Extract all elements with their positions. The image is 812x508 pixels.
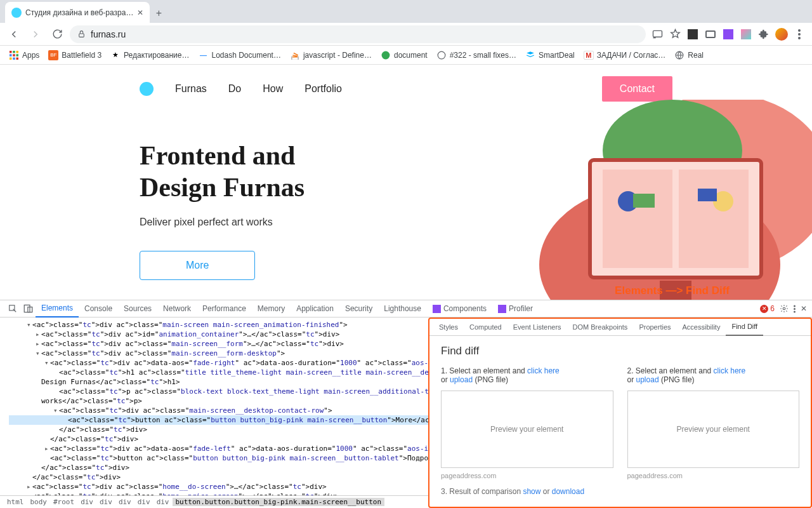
site-nav: Furnas Do How Portfolio Contact [140,65,672,102]
upload-2[interactable]: upload [636,375,659,384]
breadcrumb[interactable]: htmlbody#rootdivdivdivdivdivbutton.butto… [0,495,428,508]
side-tab-accessibility[interactable]: Accessibility [677,319,726,336]
side-tab-event-listeners[interactable]: Event Listeners [508,319,567,336]
breadcrumb-item[interactable]: div [96,498,115,506]
ext-icon-3[interactable] [721,27,736,42]
svg-point-14 [382,51,390,59]
dom-tree[interactable]: ▾<ac">class="tc">div ac">class="main-scr… [0,318,428,495]
breadcrumb-item[interactable]: div [134,498,154,506]
bookmark-item[interactable]: ★Редактирование… [107,48,193,62]
dom-line[interactable]: ▾<ac">class="tc">div ac">data-aos="fade-… [9,358,428,368]
devtools-close-icon[interactable]: ✕ [801,304,807,313]
star-icon[interactable] [667,27,683,42]
dom-line[interactable]: <ac">class="tc">h1 ac">class="title titl… [9,368,428,377]
inspect-icon[interactable] [5,300,20,318]
side-tab-find-diff[interactable]: Find Diff [726,319,763,336]
download-link[interactable]: download [552,487,584,496]
dom-line[interactable]: </ac">class="tc">div> [9,463,428,472]
devtools-tab-elements[interactable]: Elements [36,300,79,318]
devtools-tab-components[interactable]: Components [427,300,492,318]
svg-point-3 [798,33,801,36]
ext-icon-1[interactable] [685,27,700,42]
nav-link-do[interactable]: Do [228,83,241,95]
devtools-menu-icon[interactable] [794,305,796,313]
bookmark-item[interactable]: javascript - Define… [286,48,376,62]
svg-rect-6 [13,51,15,53]
contact-button[interactable]: Contact [602,76,672,102]
breadcrumb-item[interactable]: button.button.button_big-pink.main-scree… [173,498,385,506]
tab-bar: Студия дизайна и веб-разра… ✕ + [0,0,812,23]
devtools-tab-memory[interactable]: Memory [252,300,291,318]
extensions-icon[interactable] [756,27,771,42]
device-icon[interactable] [20,300,36,318]
nav-link-portfolio[interactable]: Portfolio [304,83,342,95]
bookmark-item[interactable]: —Lodash Document… [195,48,285,62]
bookmark-item[interactable]: Apps [5,48,43,62]
ext-icon-2[interactable] [703,27,718,42]
devtools-tab-sources[interactable]: Sources [118,300,157,318]
reload-button[interactable] [48,25,66,43]
back-button[interactable] [5,25,23,43]
svg-point-32 [783,307,785,310]
forward-button[interactable] [27,25,44,43]
dom-line[interactable]: ▸<ac">class="tc">div ac">class="main-scr… [9,339,428,349]
profile-avatar[interactable] [774,27,789,42]
devtools-tab-application[interactable]: Application [291,300,339,318]
devtools-tab-lighthouse[interactable]: Lighthouse [378,300,427,318]
dom-line[interactable]: ▸<ac">class="tc">div ac">class="home__do… [9,482,428,491]
devtools-settings-icon[interactable] [780,304,789,313]
devtools-tab-network[interactable]: Network [157,300,197,318]
breadcrumb-item[interactable]: #root [50,498,77,506]
dom-line[interactable]: Design Furnas</ac">class="tc">h1> [9,377,428,387]
show-link[interactable]: show [523,487,540,496]
dom-line[interactable]: works</ac">class="tc">p> [9,396,428,406]
devtools-tab-security[interactable]: Security [339,300,378,318]
nav-link-brand[interactable]: Furnas [175,83,207,95]
bookmark-item[interactable]: document [377,48,431,62]
browser-tab[interactable]: Студия дизайна и веб-разра… ✕ [5,2,150,23]
upload-1[interactable]: upload [450,375,473,384]
close-icon[interactable]: ✕ [137,8,143,17]
click-here-1[interactable]: click here [527,366,560,375]
breadcrumb-item[interactable]: body [27,498,51,506]
bookmark-item[interactable]: SmartDeal [521,48,579,62]
url-field[interactable]: furnas.ru [70,25,646,43]
side-tab-styles[interactable]: Styles [433,319,464,336]
dom-line[interactable]: ▾<ac">class="tc">div ac">class="main-scr… [9,349,428,358]
side-tab-computed[interactable]: Computed [464,319,508,336]
devtools-tab-profiler[interactable]: Profiler [492,300,539,318]
svg-rect-11 [10,57,12,60]
side-tab-properties[interactable]: Properties [633,319,676,336]
breadcrumb-item[interactable]: html [4,498,27,506]
devtools-tab-performance[interactable]: Performance [197,300,252,318]
dom-line[interactable]: ▸<ac">class="tc">div ac">id="animation_c… [9,330,428,339]
dom-line[interactable]: </ac">class="tc">div> [9,434,428,444]
breadcrumb-item[interactable]: div [115,498,134,506]
dom-line[interactable]: </ac">class="tc">div> [9,472,428,482]
preview-1[interactable]: Preview your element [441,391,613,468]
more-button[interactable]: More [140,251,255,280]
ext-icon-4[interactable] [738,27,754,42]
new-tab-button[interactable]: + [150,8,167,23]
breadcrumb-item[interactable]: div [154,498,173,506]
dom-line[interactable]: <ac">class="tc">p ac">class="block-text … [9,387,428,396]
cast-icon[interactable] [650,27,665,42]
bookmark-item[interactable]: BFBattlefield 3 [44,48,105,62]
preview-2[interactable]: Preview your element [627,391,800,468]
nav-link-how[interactable]: How [263,83,283,95]
dom-line[interactable]: <ac">class="tc">button ac">class="button… [9,453,428,463]
devtools-tab-console[interactable]: Console [79,300,118,318]
dom-line[interactable]: </ac">class="tc">div> [9,425,428,434]
bookmark-item[interactable]: #322 - small fixes… [433,48,520,62]
dom-line[interactable]: <ac">class="tc">button ac">class="button… [9,415,428,425]
dom-line[interactable]: ▾<ac">class="tc">div ac">class="main-scr… [9,406,428,415]
bookmark-item[interactable]: MЗАДАЧИ / Соглас… [580,49,670,62]
breadcrumb-item[interactable]: div [77,498,96,506]
side-tab-dom-breakpoints[interactable]: DOM Breakpoints [567,319,634,336]
dom-line[interactable]: ▾<ac">class="tc">div ac">class="main-scr… [9,320,428,330]
chrome-menu-icon[interactable] [792,27,807,42]
error-indicator[interactable]: ✕6 [760,304,775,313]
dom-line[interactable]: ▸<ac">class="tc">div ac">data-aos="fade-… [9,444,428,453]
click-here-2[interactable]: click here [714,366,746,375]
bookmark-item[interactable]: Real [671,48,707,62]
